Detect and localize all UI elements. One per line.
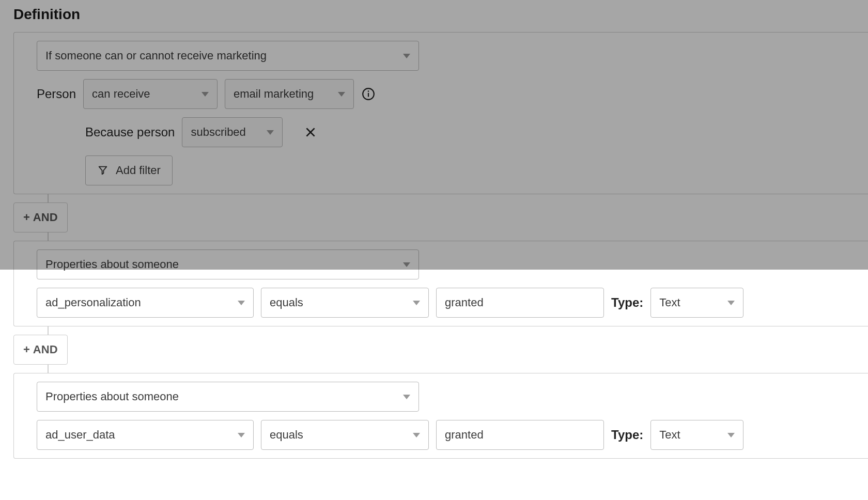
chevron-down-icon — [403, 262, 410, 267]
and-button[interactable]: + AND — [13, 335, 68, 365]
chevron-down-icon — [727, 301, 735, 305]
close-icon[interactable] — [300, 122, 321, 143]
chevron-down-icon — [238, 433, 245, 437]
and-label: AND — [33, 343, 58, 356]
svg-point-2 — [368, 90, 369, 92]
definition-heading: Definition — [13, 0, 868, 32]
plus-icon: + — [23, 344, 30, 355]
and-connector: + AND — [13, 194, 868, 241]
property-select[interactable]: ad_personalization — [37, 288, 254, 318]
and-button[interactable]: + AND — [13, 202, 68, 232]
condition-type-select[interactable]: Properties about someone — [37, 382, 419, 412]
chevron-down-icon — [413, 301, 420, 305]
type-value-label: Text — [659, 428, 680, 442]
value-input[interactable]: granted — [436, 420, 604, 450]
can-receive-select[interactable]: can receive — [83, 79, 218, 109]
condition-card-property-2: Properties about someone ad_user_data eq… — [13, 373, 868, 459]
because-label: Because person — [85, 125, 175, 139]
value-text: granted — [445, 296, 484, 309]
person-label: Person — [37, 87, 76, 101]
because-value-label: subscribed — [191, 126, 245, 139]
condition-type-select[interactable]: If someone can or cannot receive marketi… — [37, 41, 419, 71]
operator-select[interactable]: equals — [261, 420, 429, 450]
operator-select[interactable]: equals — [261, 288, 429, 318]
can-receive-label: can receive — [92, 87, 150, 101]
chevron-down-icon — [267, 130, 274, 135]
type-value-label: Text — [659, 296, 680, 309]
add-filter-button[interactable]: Add filter — [85, 155, 173, 185]
operator-label: equals — [270, 428, 303, 442]
plus-icon: + — [23, 212, 30, 223]
chevron-down-icon — [727, 433, 735, 437]
type-label: Type: — [611, 295, 643, 310]
and-label: AND — [33, 211, 58, 224]
chevron-down-icon — [202, 92, 209, 97]
chevron-down-icon — [403, 395, 410, 399]
add-filter-label: Add filter — [116, 164, 161, 177]
and-connector: + AND — [13, 326, 868, 373]
type-select[interactable]: Text — [650, 420, 743, 450]
property-label: ad_personalization — [45, 296, 141, 309]
condition-card-marketing: If someone can or cannot receive marketi… — [13, 32, 868, 194]
channel-label: email marketing — [234, 87, 314, 101]
property-select[interactable]: ad_user_data — [37, 420, 254, 450]
condition-type-label: Properties about someone — [45, 258, 179, 271]
value-text: granted — [445, 428, 484, 442]
chevron-down-icon — [338, 92, 345, 97]
condition-type-label: Properties about someone — [45, 390, 179, 403]
value-input[interactable]: granted — [436, 288, 604, 318]
condition-card-property-1: Properties about someone ad_personalizat… — [13, 241, 868, 326]
because-select[interactable]: subscribed — [182, 117, 283, 147]
type-label: Type: — [611, 428, 643, 442]
condition-type-select[interactable]: Properties about someone — [37, 249, 419, 279]
filter-icon — [97, 165, 109, 176]
condition-type-label: If someone can or cannot receive marketi… — [45, 49, 267, 62]
chevron-down-icon — [413, 433, 420, 437]
chevron-down-icon — [238, 301, 245, 305]
channel-select[interactable]: email marketing — [225, 79, 354, 109]
chevron-down-icon — [403, 54, 410, 58]
type-select[interactable]: Text — [650, 288, 743, 318]
operator-label: equals — [270, 296, 303, 309]
info-icon[interactable] — [361, 87, 376, 101]
property-label: ad_user_data — [45, 428, 115, 442]
